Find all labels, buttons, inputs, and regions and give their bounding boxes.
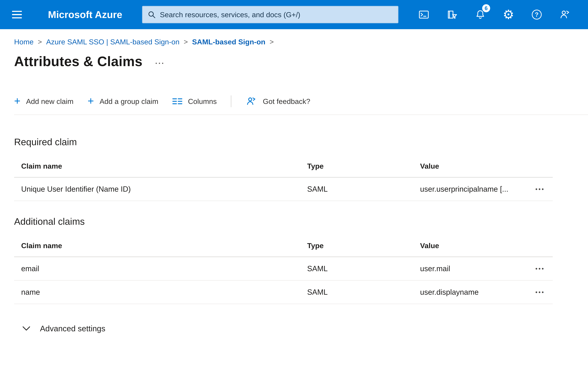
claim-type-cell: SAML bbox=[307, 264, 420, 273]
column-header-claim-name: Claim name bbox=[14, 162, 307, 170]
claim-value-cell: user.displayname bbox=[420, 288, 526, 297]
title-more-icon[interactable]: ··· bbox=[155, 59, 165, 68]
chevron-down-icon bbox=[22, 326, 30, 331]
claim-value-cell: user.userprincipalname [... bbox=[420, 185, 526, 193]
search-icon bbox=[148, 11, 156, 19]
got-feedback-button[interactable]: Got feedback? bbox=[245, 96, 310, 107]
columns-button[interactable]: Columns bbox=[172, 97, 217, 106]
column-header-claim-name: Claim name bbox=[14, 241, 307, 250]
advanced-settings-toggle[interactable]: Advanced settings bbox=[22, 324, 105, 333]
toolbar-separator bbox=[14, 115, 588, 115]
feedback-person-icon bbox=[245, 96, 257, 107]
claim-name-cell[interactable]: name bbox=[14, 288, 307, 297]
row-menu-icon[interactable]: ••• bbox=[534, 186, 545, 192]
column-header-value: Value bbox=[420, 241, 526, 250]
add-group-claim-label: Add a group claim bbox=[100, 97, 158, 106]
table-row[interactable]: name SAML user.displayname ••• bbox=[14, 281, 553, 304]
hamburger-menu-icon[interactable] bbox=[0, 0, 34, 29]
add-new-claim-label: Add new claim bbox=[26, 97, 74, 106]
got-feedback-label: Got feedback? bbox=[263, 97, 310, 106]
toolbar-divider bbox=[231, 96, 231, 107]
command-bar: + Add new claim + Add a group claim Colu… bbox=[14, 93, 588, 110]
search-input[interactable] bbox=[160, 11, 393, 19]
notifications-bell-icon[interactable]: 6 bbox=[466, 0, 494, 29]
advanced-settings-label: Advanced settings bbox=[40, 324, 105, 333]
feedback-person-icon[interactable] bbox=[551, 0, 579, 29]
column-header-type: Type bbox=[307, 241, 420, 250]
columns-icon bbox=[172, 97, 182, 105]
table-row[interactable]: email SAML user.mail ••• bbox=[14, 257, 553, 281]
column-header-value: Value bbox=[420, 162, 526, 170]
column-header-type: Type bbox=[307, 162, 420, 170]
chevron-separator-icon: > bbox=[38, 38, 42, 46]
breadcrumb-current[interactable]: SAML-based Sign-on bbox=[192, 38, 265, 46]
row-menu-icon[interactable]: ••• bbox=[534, 289, 545, 295]
table-header: Claim name Type Value bbox=[14, 155, 553, 178]
claim-name-cell[interactable]: Unique User Identifier (Name ID) bbox=[14, 185, 307, 193]
add-new-claim-button[interactable]: + Add new claim bbox=[14, 96, 74, 106]
claim-type-cell: SAML bbox=[307, 288, 420, 297]
add-group-claim-button[interactable]: + Add a group claim bbox=[88, 96, 158, 106]
additional-claims-table: Claim name Type Value email SAML user.ma… bbox=[14, 234, 553, 304]
chevron-separator-icon: > bbox=[184, 38, 188, 46]
claim-name-cell[interactable]: email bbox=[14, 264, 307, 273]
table-header: Claim name Type Value bbox=[14, 234, 553, 257]
breadcrumb-app[interactable]: Azure SAML SSO | SAML-based Sign-on bbox=[46, 38, 179, 46]
chevron-separator-icon: > bbox=[270, 38, 274, 46]
notification-badge: 6 bbox=[482, 4, 490, 12]
claim-type-cell: SAML bbox=[307, 185, 420, 193]
azure-topbar: Microsoft Azure bbox=[0, 0, 588, 29]
page-title: Attributes & Claims bbox=[14, 53, 143, 69]
claim-value-cell: user.mail bbox=[420, 264, 526, 273]
additional-claims-heading: Additional claims bbox=[14, 216, 588, 227]
help-icon[interactable]: ? bbox=[523, 0, 551, 29]
plus-icon: + bbox=[88, 96, 94, 106]
row-menu-icon[interactable]: ••• bbox=[534, 266, 545, 272]
cloud-shell-icon[interactable] bbox=[410, 0, 438, 29]
directory-subscription-filter-icon[interactable] bbox=[438, 0, 466, 29]
required-claim-heading: Required claim bbox=[14, 137, 588, 148]
topbar-actions: 6 ⚙ ? bbox=[410, 0, 579, 29]
columns-label: Columns bbox=[188, 97, 217, 106]
plus-icon: + bbox=[14, 96, 21, 106]
breadcrumb-home[interactable]: Home bbox=[14, 38, 33, 46]
breadcrumb: Home > Azure SAML SSO | SAML-based Sign-… bbox=[0, 29, 588, 46]
table-row[interactable]: Unique User Identifier (Name ID) SAML us… bbox=[14, 178, 553, 201]
azure-brand[interactable]: Microsoft Azure bbox=[48, 9, 122, 20]
page-header: Attributes & Claims ··· bbox=[14, 53, 588, 69]
settings-gear-icon[interactable]: ⚙ bbox=[494, 0, 523, 29]
required-claim-table: Claim name Type Value Unique User Identi… bbox=[14, 155, 553, 201]
global-search[interactable] bbox=[142, 6, 399, 23]
